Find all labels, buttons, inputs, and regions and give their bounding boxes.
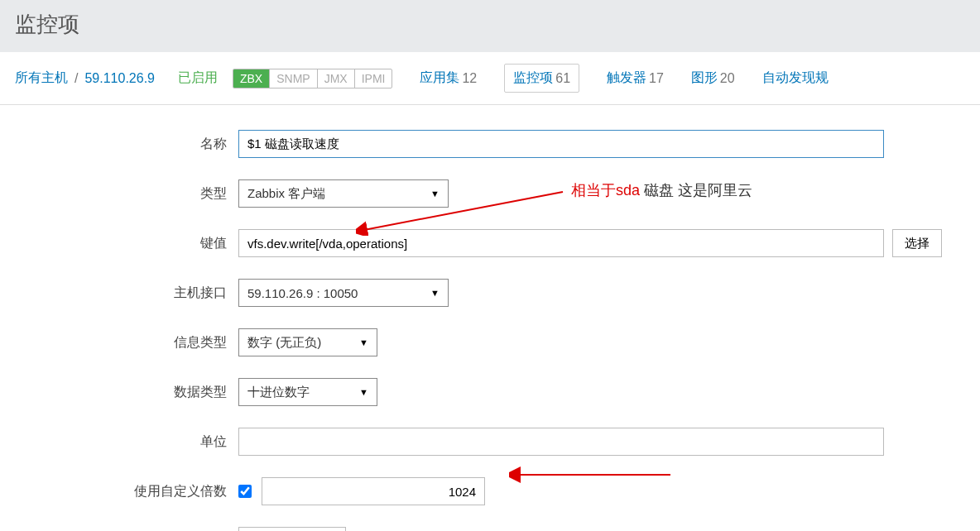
type-select-value: Zabbix 客户端 xyxy=(247,186,325,202)
tab-appset[interactable]: 应用集 12 xyxy=(420,69,477,87)
annotation-prefix: 相当于 xyxy=(571,182,616,199)
breadcrumb-host[interactable]: 59.110.26.9 xyxy=(84,71,155,86)
tab-discovery[interactable]: 自动发现规 xyxy=(762,69,829,87)
item-form: 名称 类型 Zabbix 客户端 键值 选择 主机接口 59.110.26.9 … xyxy=(0,105,980,531)
type-select[interactable]: Zabbix 客户端 xyxy=(238,179,449,208)
annotation-text: 相当于sda 磁盘 这是阿里云 xyxy=(571,180,752,200)
multiplier-label: 使用自定义倍数 xyxy=(0,483,238,500)
breadcrumb-sep: / xyxy=(74,71,78,86)
annotation-suffix: 磁盘 这是阿里云 xyxy=(640,182,752,199)
data-type-value: 十进位数字 xyxy=(247,385,310,400)
host-nav-row: 所有主机 / 59.110.26.9 已启用 ZBX SNMP JMX IPMI… xyxy=(0,52,980,105)
tab-discover-label: 自动发现规 xyxy=(762,69,829,87)
proto-jmx: JMX xyxy=(317,69,354,88)
tab-triggers[interactable]: 触发器 17 xyxy=(607,69,664,87)
page-title: 监控项 xyxy=(0,0,980,52)
info-type-value: 数字 (无正负) xyxy=(247,335,321,351)
name-label: 名称 xyxy=(0,136,238,153)
key-input[interactable] xyxy=(238,229,884,257)
data-type-select[interactable]: 十进位数字 xyxy=(238,378,377,406)
info-type-label: 信息类型 xyxy=(0,334,238,352)
unit-input[interactable] xyxy=(238,428,884,456)
name-input[interactable] xyxy=(238,130,884,158)
interval-input[interactable] xyxy=(238,527,346,531)
annotation-sda: sda xyxy=(616,182,640,199)
unit-label: 单位 xyxy=(0,433,238,451)
tab-items[interactable]: 监控项 61 xyxy=(504,64,579,93)
breadcrumb-all-hosts[interactable]: 所有主机 xyxy=(15,69,68,87)
status-enabled: 已启用 xyxy=(178,69,218,87)
tab-items-label: 监控项 xyxy=(513,69,553,87)
type-label: 类型 xyxy=(0,185,238,203)
multiplier-input[interactable] xyxy=(262,477,485,505)
data-type-label: 数据类型 xyxy=(0,384,238,401)
tab-graph-label: 图形 xyxy=(691,69,718,87)
hostif-label: 主机接口 xyxy=(0,285,238,302)
proto-zbx: ZBX xyxy=(233,69,269,88)
tab-items-count: 61 xyxy=(555,71,570,86)
key-label: 键值 xyxy=(0,235,238,252)
multiplier-checkbox[interactable] xyxy=(238,485,252,498)
tab-trigger-count: 17 xyxy=(649,71,664,86)
tab-appset-count: 12 xyxy=(462,71,477,86)
hostif-select-value: 59.110.26.9 : 10050 xyxy=(247,286,358,300)
key-select-button[interactable]: 选择 xyxy=(892,229,942,257)
hostif-select[interactable]: 59.110.26.9 : 10050 xyxy=(238,279,449,307)
tab-graph-count: 20 xyxy=(720,71,735,86)
tab-graphs[interactable]: 图形 20 xyxy=(691,69,735,87)
tab-appset-label: 应用集 xyxy=(420,69,459,87)
tab-trigger-label: 触发器 xyxy=(607,69,646,87)
proto-ipmi: IPMI xyxy=(354,69,392,88)
protocol-badges: ZBX SNMP JMX IPMI xyxy=(233,69,392,88)
info-type-select[interactable]: 数字 (无正负) xyxy=(238,328,377,356)
proto-snmp: SNMP xyxy=(269,69,316,88)
